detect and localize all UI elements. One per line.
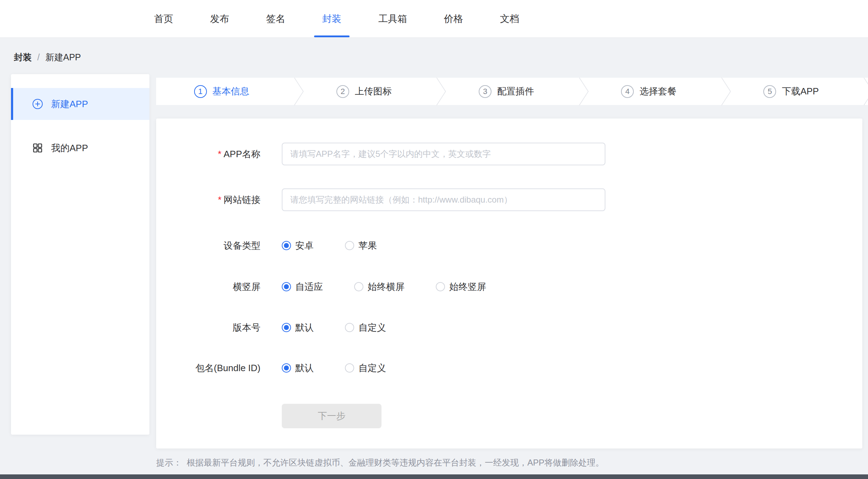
site-url-label: *网站链接 bbox=[156, 194, 260, 206]
breadcrumb-section[interactable]: 封装 bbox=[14, 51, 32, 63]
radio-dot bbox=[345, 363, 354, 373]
step-select-plan[interactable]: 4 选择套餐 bbox=[583, 78, 714, 105]
step-label: 上传图标 bbox=[355, 85, 392, 98]
radio-version-custom[interactable]: 自定义 bbox=[345, 321, 386, 334]
radio-label: 始终横屏 bbox=[368, 281, 405, 293]
step-label: 基本信息 bbox=[213, 85, 249, 98]
radio-label: 自定义 bbox=[358, 362, 386, 374]
radio-label: 安卓 bbox=[295, 240, 314, 252]
nav-item-price[interactable]: 价格 bbox=[436, 0, 471, 37]
sidebar-item-label: 我的APP bbox=[51, 142, 88, 154]
nav-item-docs[interactable]: 文档 bbox=[492, 0, 527, 37]
step-configure-plugin[interactable]: 3 配置插件 bbox=[441, 78, 572, 105]
device-type-radio-group: 安卓 苹果 bbox=[282, 240, 377, 252]
step-label: 配置插件 bbox=[497, 85, 534, 98]
radio-label: 默认 bbox=[295, 321, 314, 334]
plus-circle-icon bbox=[32, 98, 43, 110]
radio-label: 默认 bbox=[295, 362, 314, 374]
new-app-form-card: *APP名称 *网站链接 设备类型 安卓 苹果 bbox=[156, 119, 862, 448]
radio-version-default[interactable]: 默认 bbox=[282, 321, 314, 334]
version-radio-group: 默认 自定义 bbox=[282, 321, 386, 334]
radio-dot bbox=[354, 282, 363, 291]
app-name-label: *APP名称 bbox=[156, 148, 260, 160]
radio-ios[interactable]: 苹果 bbox=[345, 240, 377, 252]
step-number: 4 bbox=[621, 85, 634, 98]
nav-item-sign[interactable]: 签名 bbox=[258, 0, 293, 37]
page-body: 封装 / 新建APP 新建APP 我的APP bbox=[0, 38, 868, 479]
platform-rule-tip: 提示： 根据最新平台规则，不允许区块链虚拟币、金融理财类等违规内容在平台封装，一… bbox=[156, 457, 604, 468]
breadcrumb-separator: / bbox=[37, 52, 40, 62]
tip-text: 根据最新平台规则，不允许区块链虚拟币、金融理财类等违规内容在平台封装，一经发现，… bbox=[187, 457, 604, 468]
step-separator-chevron bbox=[287, 78, 298, 105]
sidebar: 新建APP 我的APP bbox=[11, 74, 149, 435]
sidebar-item-new-app[interactable]: 新建APP bbox=[11, 88, 149, 120]
version-label: 版本号 bbox=[156, 321, 260, 334]
required-asterisk: * bbox=[218, 149, 221, 159]
radio-dot bbox=[282, 282, 291, 291]
step-separator-chevron bbox=[857, 78, 868, 105]
radio-label: 苹果 bbox=[358, 240, 377, 252]
orientation-label: 横竖屏 bbox=[156, 281, 260, 293]
radio-bundle-default[interactable]: 默认 bbox=[282, 362, 314, 374]
app-name-input[interactable] bbox=[282, 143, 605, 165]
radio-dot bbox=[436, 282, 445, 291]
required-asterisk: * bbox=[218, 194, 221, 205]
site-url-row: *网站链接 bbox=[156, 188, 862, 211]
radio-dot bbox=[282, 363, 291, 373]
bundle-id-label: 包名(Bundle ID) bbox=[156, 362, 260, 374]
device-type-label: 设备类型 bbox=[156, 240, 260, 252]
steps-bar: 1 基本信息 2 上传图标 3 配置插件 4 选择套餐 5 下载APP bbox=[156, 78, 868, 105]
breadcrumb-current: 新建APP bbox=[45, 51, 81, 63]
step-upload-icon[interactable]: 2 上传图标 bbox=[298, 78, 429, 105]
radio-dot bbox=[282, 323, 291, 332]
step-number: 1 bbox=[194, 85, 207, 98]
step-basic-info[interactable]: 1 基本信息 bbox=[156, 78, 287, 105]
radio-dot bbox=[345, 241, 354, 250]
radio-dot bbox=[282, 241, 291, 250]
device-type-row: 设备类型 安卓 苹果 bbox=[156, 240, 862, 251]
radio-label: 始终竖屏 bbox=[449, 281, 486, 293]
radio-always-portrait[interactable]: 始终竖屏 bbox=[436, 281, 486, 293]
footer-edge bbox=[0, 474, 868, 479]
radio-always-landscape[interactable]: 始终横屏 bbox=[354, 281, 405, 293]
version-row: 版本号 默认 自定义 bbox=[156, 322, 862, 333]
orientation-row: 横竖屏 自适应 始终横屏 始终竖屏 bbox=[156, 281, 862, 292]
tip-prefix: 提示： bbox=[156, 457, 182, 468]
breadcrumb: 封装 / 新建APP bbox=[14, 51, 81, 63]
radio-android[interactable]: 安卓 bbox=[282, 240, 314, 252]
app-name-row: *APP名称 bbox=[156, 143, 862, 165]
nav-item-package[interactable]: 封装 bbox=[314, 0, 350, 37]
step-download-app[interactable]: 5 下载APP bbox=[726, 78, 857, 105]
radio-label: 自定义 bbox=[358, 321, 386, 334]
step-number: 5 bbox=[763, 85, 776, 98]
step-label: 下载APP bbox=[782, 85, 819, 98]
grid-icon bbox=[32, 142, 43, 154]
next-button-row: 下一步 bbox=[156, 404, 862, 428]
nav-item-publish[interactable]: 发布 bbox=[202, 0, 237, 37]
step-separator-chevron bbox=[714, 78, 726, 105]
step-separator-chevron bbox=[572, 78, 583, 105]
nav-item-home[interactable]: 首页 bbox=[146, 0, 181, 37]
orientation-radio-group: 自适应 始终横屏 始终竖屏 bbox=[282, 281, 486, 293]
top-nav: 首页 发布 签名 封装 工具箱 价格 文档 bbox=[0, 0, 868, 38]
next-step-button[interactable]: 下一步 bbox=[282, 404, 381, 428]
radio-adaptive[interactable]: 自适应 bbox=[282, 281, 323, 293]
sidebar-item-my-app[interactable]: 我的APP bbox=[11, 134, 149, 162]
nav-item-toolbox[interactable]: 工具箱 bbox=[370, 0, 415, 37]
site-url-input[interactable] bbox=[282, 188, 605, 211]
bundle-id-row: 包名(Bundle ID) 默认 自定义 bbox=[156, 362, 862, 374]
radio-label: 自适应 bbox=[295, 281, 323, 293]
radio-bundle-custom[interactable]: 自定义 bbox=[345, 362, 386, 374]
step-number: 2 bbox=[336, 85, 349, 98]
step-separator-chevron bbox=[429, 78, 441, 105]
sidebar-item-label: 新建APP bbox=[51, 98, 88, 110]
step-label: 选择套餐 bbox=[639, 85, 676, 98]
bundle-id-radio-group: 默认 自定义 bbox=[282, 362, 386, 374]
radio-dot bbox=[345, 323, 354, 332]
step-number: 3 bbox=[479, 85, 491, 98]
